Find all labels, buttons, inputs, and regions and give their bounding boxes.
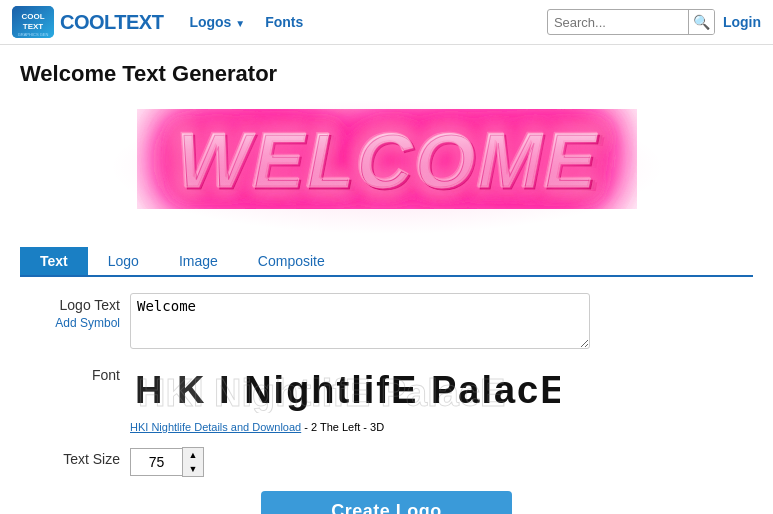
tab-composite[interactable]: Composite <box>238 247 345 275</box>
search-icon: 🔍 <box>693 14 710 30</box>
welcome-rendered-text: WELCOME WELCOME WELCOME WELCOME <box>107 99 667 235</box>
text-size-label: Text Size <box>30 451 120 467</box>
search-input[interactable] <box>548 13 688 32</box>
font-details-link[interactable]: HKI Nightlife Details and Download <box>130 421 301 433</box>
search-box: 🔍 <box>547 9 715 35</box>
form-area: Logo Text Add Symbol Welcome Font H K I <box>20 293 753 514</box>
site-logo-badge: COOL TEXT GRAPHICS GEN <box>12 6 54 38</box>
main-content: Welcome Text Generator <box>0 45 773 514</box>
logo-text-label-group: Logo Text Add Symbol <box>30 293 130 331</box>
tab-text[interactable]: Text <box>20 247 88 275</box>
svg-text:HKI NightlifE PalacE: HKI NightlifE PalacE <box>138 372 505 413</box>
add-symbol-link[interactable]: Add Symbol <box>55 316 120 330</box>
tab-image[interactable]: Image <box>159 247 238 275</box>
svg-text:COOL: COOL <box>21 12 44 21</box>
tab-logo[interactable]: Logo <box>88 247 159 275</box>
font-display-area: H K I NightlifE PalacE HKI NightlifE Pal… <box>130 363 560 433</box>
size-decrement-button[interactable]: ▼ <box>183 462 203 476</box>
font-link-row: HKI Nightlife Details and Download - 2 T… <box>130 421 560 433</box>
page-title: Welcome Text Generator <box>20 61 753 87</box>
svg-text:TEXT: TEXT <box>23 22 44 31</box>
welcome-svg: WELCOME WELCOME WELCOME WELCOME <box>137 109 637 209</box>
welcome-preview-area: WELCOME WELCOME WELCOME WELCOME <box>20 99 753 235</box>
nav-logos[interactable]: Logos ▼ <box>189 14 245 30</box>
text-size-row: Text Size 75 ▲ ▼ <box>30 447 743 477</box>
site-name: COOLTEXT <box>60 11 163 33</box>
font-label: Font <box>30 367 120 383</box>
size-spinner: ▲ ▼ <box>182 447 204 477</box>
logo-text-input[interactable]: Welcome <box>130 293 590 349</box>
size-input-wrap: 75 ▲ ▼ <box>130 447 204 477</box>
svg-text:GRAPHICS GEN: GRAPHICS GEN <box>18 32 49 37</box>
tabs-row: Text Logo Image Composite <box>20 247 753 277</box>
logo-area[interactable]: COOL TEXT GRAPHICS GEN COOLTEXT <box>12 6 163 38</box>
main-nav: Logos ▼ Fonts <box>189 14 303 30</box>
font-row: Font H K I NightlifE PalacE HKI Nightlif… <box>30 363 743 433</box>
create-logo-button[interactable]: Create Logo <box>261 491 512 514</box>
logo-text-label: Logo Text <box>30 297 120 313</box>
logo-text-row: Logo Text Add Symbol Welcome <box>30 293 743 349</box>
text-size-input[interactable]: 75 <box>130 448 182 476</box>
font-link-sep: - 2 The Left - 3D <box>304 421 384 433</box>
create-btn-row: Create Logo <box>30 491 743 514</box>
font-selector[interactable]: H K I NightlifE PalacE HKI NightlifE Pal… <box>130 363 560 417</box>
header: COOL TEXT GRAPHICS GEN COOLTEXT Logos ▼ … <box>0 0 773 45</box>
text-size-label-group: Text Size <box>30 447 130 467</box>
logos-chevron-icon: ▼ <box>235 18 245 29</box>
nav-fonts[interactable]: Fonts <box>265 14 303 30</box>
svg-text:WELCOME: WELCOME <box>176 116 597 204</box>
header-right: 🔍 Login <box>547 9 761 35</box>
font-label-group: Font <box>30 363 130 383</box>
size-increment-button[interactable]: ▲ <box>183 448 203 462</box>
search-button[interactable]: 🔍 <box>688 9 714 35</box>
font-preview-svg: H K I NightlifE PalacE HKI NightlifE Pal… <box>130 363 560 413</box>
login-link[interactable]: Login <box>723 14 761 30</box>
